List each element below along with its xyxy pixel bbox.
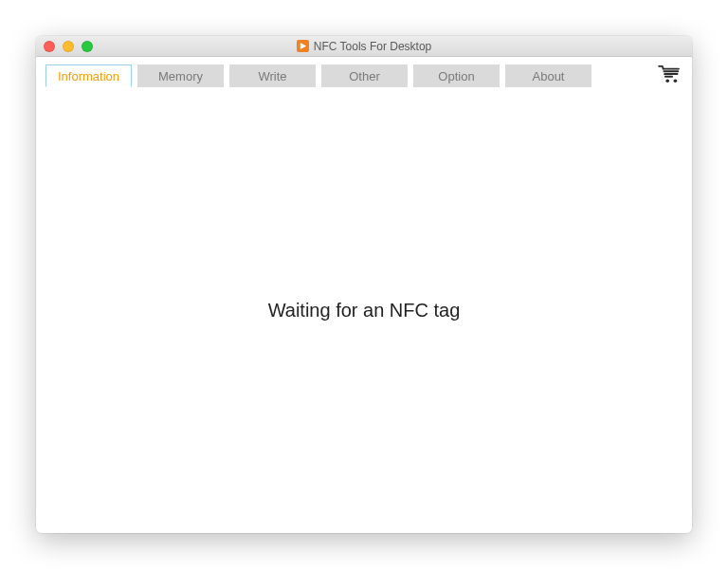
svg-marker-0 <box>300 43 306 49</box>
close-window-button[interactable] <box>44 41 55 52</box>
content-area: Waiting for an NFC tag <box>36 87 692 533</box>
tab-option[interactable]: Option <box>413 64 500 87</box>
tab-label: Memory <box>158 69 203 83</box>
shop-button[interactable] <box>656 63 682 85</box>
minimize-window-button[interactable] <box>63 41 74 52</box>
tab-information[interactable]: Information <box>46 64 132 87</box>
status-message: Waiting for an NFC tag <box>268 300 461 321</box>
tab-label: Other <box>349 69 380 83</box>
tab-label: About <box>533 69 565 83</box>
svg-point-1 <box>665 79 669 83</box>
maximize-window-button[interactable] <box>82 41 93 52</box>
tab-write[interactable]: Write <box>229 64 316 87</box>
tab-label: Option <box>438 69 474 83</box>
app-icon <box>297 40 309 52</box>
titlebar[interactable]: NFC Tools For Desktop <box>36 36 692 57</box>
tab-about[interactable]: About <box>505 64 592 87</box>
window-title-area: NFC Tools For Desktop <box>36 40 692 53</box>
cart-icon <box>658 64 681 83</box>
traffic-lights <box>44 41 93 52</box>
tab-other[interactable]: Other <box>321 64 408 87</box>
svg-point-2 <box>674 79 678 83</box>
tab-memory[interactable]: Memory <box>137 64 224 87</box>
tab-label: Write <box>258 69 286 83</box>
tab-bar: Information Memory Write Other Option Ab… <box>36 57 692 87</box>
window-title: NFC Tools For Desktop <box>314 40 431 53</box>
app-window: NFC Tools For Desktop Information Memory… <box>36 36 692 533</box>
tab-label: Information <box>58 69 119 83</box>
